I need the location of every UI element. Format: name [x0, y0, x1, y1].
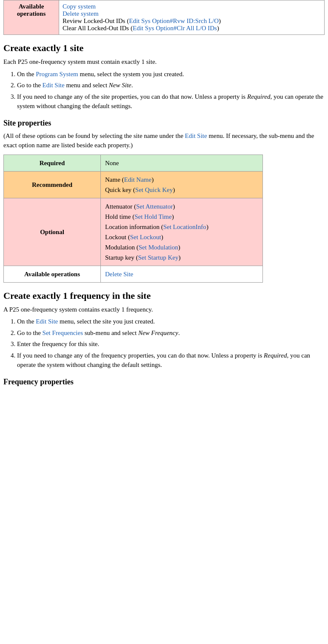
optional-label: Optional [4, 198, 101, 266]
set-locationinfo-link[interactable]: Set LocationInfo [163, 223, 206, 230]
section3-intro: A P25 one-frequency system contains exac… [3, 305, 325, 315]
recommended-label: Recommended [4, 171, 101, 198]
delete-system-link[interactable]: Delete system [63, 10, 99, 17]
available-operations-values: Copy system Delete system Review Locked-… [59, 0, 325, 35]
edit-site-link-3[interactable]: Edit Site [36, 318, 58, 325]
set-startup-key-link[interactable]: Set Startup Key [138, 254, 178, 261]
section1-steps: On the Program System menu, select the s… [17, 69, 325, 111]
section3-step3: Enter the frequency for this site. [17, 339, 325, 349]
set-attenuator-link[interactable]: Set Attenuator [136, 203, 173, 210]
copy-system-link[interactable]: Copy system [63, 3, 96, 10]
edit-site-link-2[interactable]: Edit Site [185, 132, 207, 139]
set-lockout-link[interactable]: Set Lockout [130, 234, 161, 240]
section3-steps: On the Edit Site menu, select the site y… [17, 317, 325, 370]
clear-locked-out-link[interactable]: Edit Sys Option#Clr All L/O IDs [133, 25, 217, 31]
recommended-value: Name (Edit Name) Quick key (Set Quick Ke… [101, 171, 263, 198]
section1-step2: Go to the Edit Site menu and select New … [17, 80, 325, 90]
section3-step2: Go to the Set Frequencies sub-menu and s… [17, 328, 325, 338]
optional-row: Optional Attenuator (Set Attenuator) Hol… [4, 198, 263, 266]
site-avail-value: Delete Site [101, 266, 263, 282]
edit-site-link-1[interactable]: Edit Site [43, 82, 65, 89]
section2-heading: Site properties [3, 119, 325, 128]
site-avail-row: Available operations Delete Site [4, 266, 263, 282]
set-frequencies-link[interactable]: Set Frequencies [43, 329, 83, 336]
set-quick-key-link[interactable]: Set Quick Key [135, 186, 173, 193]
set-hold-time-link[interactable]: Set Hold Time [134, 213, 172, 220]
optional-value: Attenuator (Set Attenuator) Hold time (S… [101, 198, 263, 266]
required-label: Required [4, 155, 101, 171]
section3-step4: If you need to change any of the frequen… [17, 351, 325, 370]
site-avail-label: Available operations [4, 266, 101, 282]
site-properties-table: Required None Recommended Name (Edit Nam… [3, 155, 263, 283]
program-system-link[interactable]: Program System [36, 71, 78, 77]
section2-intro: (All of these options can be found by se… [3, 131, 325, 150]
review-locked-out-link[interactable]: Edit Sys Option#Rvw ID:Srch L/O [129, 17, 219, 24]
required-row: Required None [4, 155, 263, 171]
recommended-row: Recommended Name (Edit Name) Quick key (… [4, 171, 263, 198]
section4-heading: Frequency properties [3, 378, 325, 386]
top-operations-table: Availableoperations Copy system Delete s… [3, 0, 325, 35]
edit-name-link[interactable]: Edit Name [124, 176, 152, 183]
section1-heading: Create exactly 1 site [3, 43, 325, 54]
available-operations-label: Availableoperations [4, 0, 59, 35]
required-value: None [101, 155, 263, 171]
set-modulation-link[interactable]: Set Modulation [139, 244, 178, 251]
section1-step3: If you need to change any of the site pr… [17, 92, 325, 111]
section3-step1: On the Edit Site menu, select the site y… [17, 317, 325, 326]
section3-heading: Create exactly 1 frequency in the site [3, 290, 325, 301]
section1-intro: Each P25 one-frequency system must conta… [3, 57, 325, 67]
delete-site-link[interactable]: Delete Site [105, 271, 133, 278]
section1-step1: On the Program System menu, select the s… [17, 69, 325, 79]
